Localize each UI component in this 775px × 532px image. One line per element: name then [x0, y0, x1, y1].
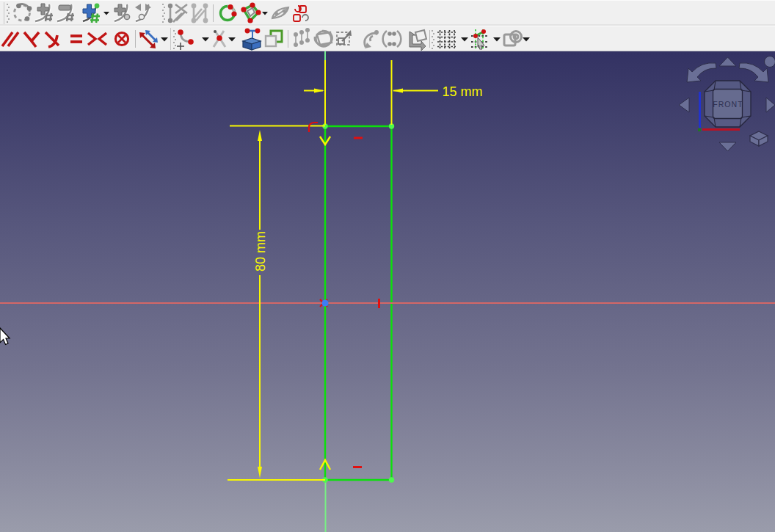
- svg-text:80 mm: 80 mm: [253, 231, 268, 272]
- svg-text:FRONT: FRONT: [713, 100, 743, 109]
- svg-text:15 mm: 15 mm: [443, 84, 483, 99]
